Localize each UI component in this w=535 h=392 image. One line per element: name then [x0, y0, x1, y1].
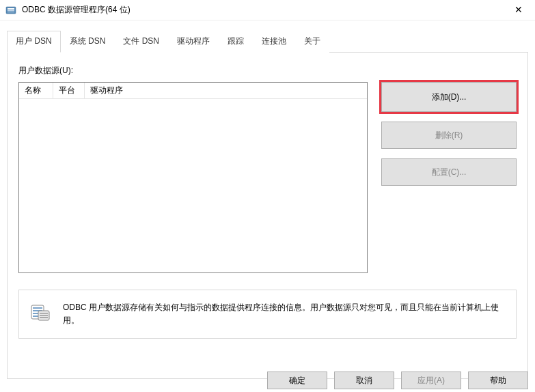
cancel-button[interactable]: 取消	[334, 372, 394, 389]
tab-drivers[interactable]: 驱动程序	[168, 31, 219, 53]
svg-rect-5	[33, 307, 42, 309]
svg-rect-12	[40, 317, 48, 318]
dsn-list-header: 名称 平台 驱动程序	[19, 83, 367, 99]
ok-button[interactable]: 确定	[267, 372, 327, 389]
titlebar: ODBC 数据源管理程序(64 位) ✕	[0, 0, 535, 20]
tab-strip: 用户 DSN 系统 DSN 文件 DSN 驱动程序 跟踪 连接池 关于	[7, 30, 528, 53]
window-body: 用户 DSN 系统 DSN 文件 DSN 驱动程序 跟踪 连接池 关于 用户数据…	[0, 20, 535, 379]
svg-rect-2	[8, 10, 14, 11]
remove-button[interactable]: 删除(R)	[381, 122, 517, 149]
svg-rect-3	[8, 12, 14, 12]
info-text: ODBC 用户数据源存储有关如何与指示的数据提供程序连接的信息。用户数据源只对您…	[63, 301, 506, 327]
window-title: ODBC 数据源管理程序(64 位)	[22, 4, 131, 16]
tab-system-dsn[interactable]: 系统 DSN	[61, 31, 115, 53]
side-buttons: 添加(D)... 删除(R) 配置(C)...	[381, 82, 517, 186]
odbc-icon	[5, 5, 16, 16]
svg-rect-11	[40, 315, 48, 316]
user-dsn-label: 用户数据源(U):	[18, 65, 517, 76]
column-driver[interactable]: 驱动程序	[85, 83, 367, 98]
tab-panel-user-dsn: 用户数据源(U): 名称 平台 驱动程序 添加(D)... 删除(R) 配置(C…	[7, 53, 528, 379]
info-box: ODBC 用户数据源存储有关如何与指示的数据提供程序连接的信息。用户数据源只对您…	[18, 290, 517, 339]
add-button[interactable]: 添加(D)...	[381, 82, 517, 112]
dsn-listview[interactable]: 名称 平台 驱动程序	[18, 82, 368, 273]
column-name[interactable]: 名称	[19, 83, 53, 98]
content-row: 名称 平台 驱动程序 添加(D)... 删除(R) 配置(C)...	[18, 82, 517, 273]
configure-button[interactable]: 配置(C)...	[381, 158, 517, 186]
apply-button[interactable]: 应用(A)	[401, 372, 461, 389]
tab-user-dsn[interactable]: 用户 DSN	[7, 31, 61, 53]
column-platform[interactable]: 平台	[53, 83, 85, 98]
svg-rect-10	[40, 313, 48, 314]
svg-rect-1	[8, 8, 14, 10]
dialog-buttons: 确定 取消 应用(A) 帮助	[267, 369, 528, 392]
close-icon[interactable]: ✕	[509, 3, 528, 16]
database-icon	[29, 301, 51, 323]
tab-tracing[interactable]: 跟踪	[219, 31, 253, 53]
tab-connection-pooling[interactable]: 连接池	[253, 31, 295, 53]
help-button[interactable]: 帮助	[468, 372, 528, 389]
tab-file-dsn[interactable]: 文件 DSN	[114, 31, 168, 53]
tab-about[interactable]: 关于	[295, 31, 329, 53]
